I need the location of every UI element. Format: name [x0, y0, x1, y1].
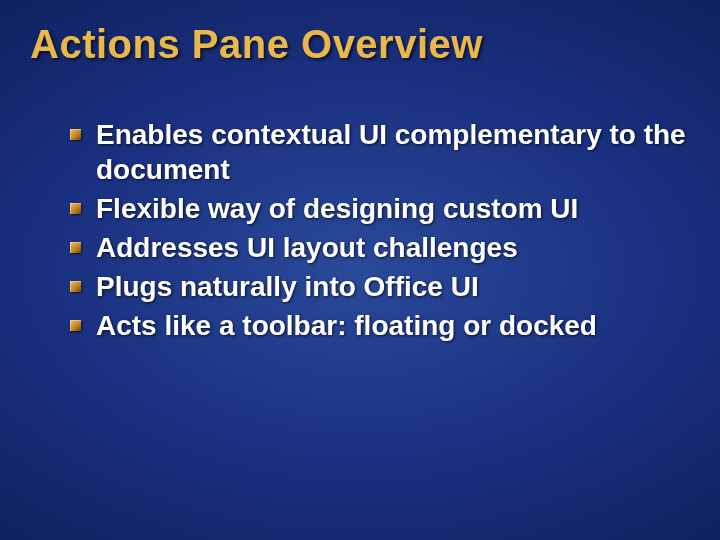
list-item: Addresses UI layout challenges: [70, 230, 690, 265]
slide-title: Actions Pane Overview: [30, 22, 690, 67]
list-item: Plugs naturally into Office UI: [70, 269, 690, 304]
slide: Actions Pane Overview Enables contextual…: [0, 0, 720, 540]
bullet-list: Enables contextual UI complementary to t…: [30, 117, 690, 343]
list-item: Enables contextual UI complementary to t…: [70, 117, 690, 187]
list-item: Flexible way of designing custom UI: [70, 191, 690, 226]
list-item: Acts like a toolbar: floating or docked: [70, 308, 690, 343]
